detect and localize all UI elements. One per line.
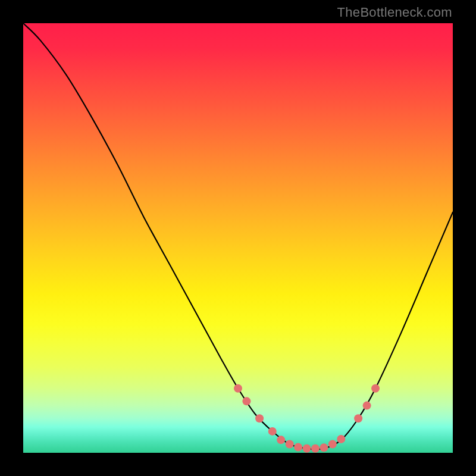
curve-marker [286,440,294,449]
chart-frame: TheBottleneck.com [0,0,476,476]
curve-marker [268,427,277,436]
curve-marker [311,444,320,453]
curve-marker [337,435,345,443]
curve-marker [354,414,362,422]
curve-marker [294,443,302,452]
curve-marker [255,414,264,422]
curve-marker [303,444,311,453]
chart-svg [23,23,453,453]
curve-marker [277,436,285,444]
curve-marker [371,384,380,393]
curve-marker [328,440,337,449]
curve-marker [363,402,371,410]
curve-marker [320,443,328,452]
curve-marker [234,384,242,393]
plot-area [23,23,453,453]
marker-group [234,384,380,453]
curve-marker [242,397,250,405]
attribution-label: TheBottleneck.com [337,5,452,20]
